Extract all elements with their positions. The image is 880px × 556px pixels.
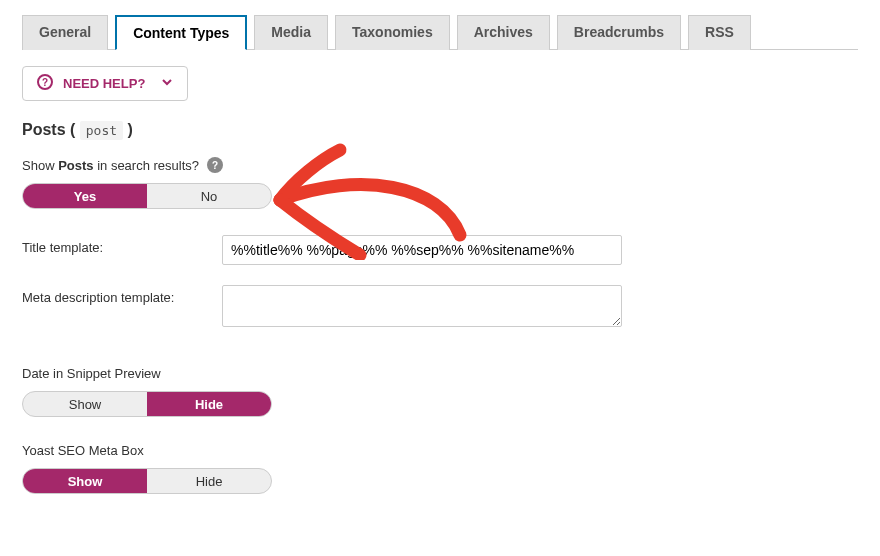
tab-rss[interactable]: RSS [688,15,751,50]
tabs-nav: General Content Types Media Taxonomies A… [22,14,858,50]
help-icon[interactable]: ? [207,157,223,173]
tab-general[interactable]: General [22,15,108,50]
show-in-search-no[interactable]: No [147,184,271,208]
svg-text:?: ? [42,77,48,88]
meta-description-row: Meta description template: [22,285,858,330]
tab-label: Content Types [133,25,229,41]
tab-label: RSS [705,24,734,40]
tab-archives[interactable]: Archives [457,15,550,50]
post-type-code: post [80,121,123,140]
tab-label: Breadcrumbs [574,24,664,40]
tab-label: Archives [474,24,533,40]
tab-label: Media [271,24,311,40]
tab-label: General [39,24,91,40]
title-template-label: Title template: [22,235,222,255]
meta-box-hide[interactable]: Hide [147,469,271,493]
date-snippet-label: Date in Snippet Preview [22,366,858,381]
date-snippet-toggle: Show Hide [22,391,272,417]
date-snippet-hide[interactable]: Hide [147,392,271,416]
meta-box-toggle: Show Hide [22,468,272,494]
tab-taxonomies[interactable]: Taxonomies [335,15,450,50]
meta-box-label: Yoast SEO Meta Box [22,443,858,458]
title-template-input[interactable] [222,235,622,265]
date-snippet-show[interactable]: Show [23,392,147,416]
meta-box-group: Yoast SEO Meta Box Show Hide [22,443,858,494]
show-in-search-yes[interactable]: Yes [23,184,147,208]
need-help-label: NEED HELP? [63,76,145,91]
chevron-down-icon [161,76,173,91]
meta-description-label: Meta description template: [22,285,222,305]
section-heading-posts: Posts ( post ) [22,121,858,139]
help-circle-icon: ? [37,74,53,93]
title-template-row: Title template: [22,235,858,265]
meta-box-show[interactable]: Show [23,469,147,493]
show-in-search-label: Show Posts in search results? ? [22,157,858,173]
tab-label: Taxonomies [352,24,433,40]
meta-description-textarea[interactable] [222,285,622,327]
tab-breadcrumbs[interactable]: Breadcrumbs [557,15,681,50]
show-in-search-toggle: Yes No [22,183,272,209]
tab-content-types[interactable]: Content Types [115,15,247,50]
need-help-button[interactable]: ? NEED HELP? [22,66,188,101]
date-snippet-group: Date in Snippet Preview Show Hide [22,366,858,417]
tab-media[interactable]: Media [254,15,328,50]
show-in-search-group: Show Posts in search results? ? Yes No [22,157,858,209]
